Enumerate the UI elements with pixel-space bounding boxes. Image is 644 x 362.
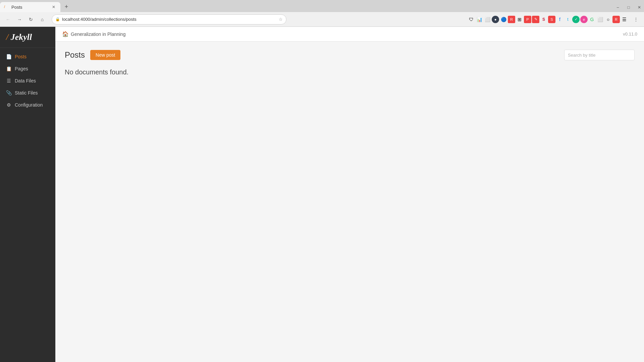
ext-16[interactable]: G [588, 16, 596, 23]
new-tab-button[interactable]: + [62, 2, 71, 11]
ext-15[interactable]: e [580, 16, 588, 23]
sidebar: / Jekyll 📄 Posts 📋 Pages ☰ Data Files 📎 [0, 27, 55, 362]
ext-5[interactable]: 🔵 [500, 16, 507, 23]
ext-13[interactable]: t [564, 16, 572, 23]
ext-18[interactable]: ○ [604, 16, 612, 23]
forward-button[interactable]: → [15, 15, 24, 24]
ext-19[interactable]: R [612, 16, 620, 23]
ext-11[interactable]: S [548, 16, 555, 23]
bookmark-icon[interactable]: ☆ [279, 17, 283, 22]
sidebar-navigation: 📄 Posts 📋 Pages ☰ Data Files 📎 Static Fi… [0, 48, 55, 362]
sidebar-logo: / Jekyll [0, 27, 55, 48]
maximize-button[interactable]: □ [624, 3, 633, 12]
browser-window: / Posts ✕ + – □ ✕ ← → ↻ ⌂ 🔒 localhost:40… [0, 0, 644, 362]
new-post-button[interactable]: New post [90, 50, 120, 60]
breadcrumb-text: Generalization in Planning [71, 32, 125, 37]
sidebar-item-configuration[interactable]: ⚙ Configuration [0, 99, 55, 111]
sidebar-item-pages[interactable]: 📋 Pages [0, 63, 55, 75]
ext-10[interactable]: S [540, 16, 547, 23]
sidebar-item-data-files-label: Data Files [15, 78, 36, 83]
home-button[interactable]: ⌂ [38, 15, 47, 24]
sidebar-item-pages-label: Pages [15, 66, 28, 71]
ext-14[interactable]: ✓ [572, 16, 580, 23]
posts-icon: 📄 [6, 54, 11, 59]
minimize-button[interactable]: – [613, 3, 623, 12]
address-bar[interactable]: 🔒 localhost:4000/admin/collections/posts… [52, 14, 286, 24]
ext-9[interactable]: ✎ [532, 16, 539, 23]
sidebar-item-static-files[interactable]: 📎 Static Files [0, 87, 55, 99]
empty-message: No documents found. [65, 68, 635, 76]
version-badge: v0.11.0 [623, 32, 637, 37]
sidebar-item-posts-label: Posts [15, 54, 26, 59]
search-input[interactable] [564, 50, 635, 60]
page-header: Posts New post [65, 50, 635, 60]
sidebar-item-data-files[interactable]: ☰ Data Files [0, 75, 55, 87]
ext-8[interactable]: P [524, 16, 531, 23]
static-files-icon: 📎 [6, 90, 11, 96]
ext-4[interactable]: ● [492, 16, 499, 23]
sidebar-item-configuration-label: Configuration [15, 102, 43, 108]
search-input-wrap [564, 50, 635, 60]
ext-17[interactable]: ⬜ [596, 16, 604, 23]
security-icon: 🔒 [55, 17, 60, 21]
back-button[interactable]: ← [3, 15, 13, 24]
ext-7[interactable]: ⊞ [516, 16, 523, 23]
app-layout: / Jekyll 📄 Posts 📋 Pages ☰ Data Files 📎 [0, 27, 644, 362]
tab-bar: / Posts ✕ + – □ ✕ [0, 0, 644, 12]
address-bar-wrap: 🔒 localhost:4000/admin/collections/posts… [52, 14, 286, 24]
browser-extensions: 🛡 📊 ⬜ ● 🔵 R ⊞ P ✎ S S f t ✓ e G ⬜ ○ R ☰ [468, 16, 628, 23]
extensions-menu-button[interactable]: ⋮ [631, 15, 641, 24]
main-content: 🏠 Generalization in Planning v0.11.0 Pos… [55, 27, 644, 362]
ext-2[interactable]: 📊 [476, 16, 483, 23]
home-icon: 🏠 [62, 31, 69, 37]
ext-3[interactable]: ⬜ [484, 16, 491, 23]
tab-favicon: / [4, 5, 9, 9]
tab-close-button[interactable]: ✕ [51, 4, 56, 10]
logo-text: / Jekyll [6, 32, 32, 42]
configuration-icon: ⚙ [6, 102, 11, 108]
ext-20[interactable]: ☰ [621, 16, 628, 23]
content-area: Posts New post No documents found. [55, 42, 644, 362]
pages-icon: 📋 [6, 66, 11, 71]
sidebar-item-static-files-label: Static Files [15, 90, 38, 96]
ext-1[interactable]: 🛡 [468, 16, 475, 23]
sidebar-item-posts[interactable]: 📄 Posts [0, 51, 55, 63]
page-title: Posts [65, 50, 85, 60]
app-header: 🏠 Generalization in Planning v0.11.0 [55, 27, 644, 42]
ext-6[interactable]: R [508, 16, 515, 23]
ext-12[interactable]: f [556, 16, 564, 23]
reload-button[interactable]: ↻ [26, 15, 36, 24]
breadcrumb: 🏠 Generalization in Planning [62, 31, 125, 37]
tab-title: Posts [11, 5, 22, 10]
close-button[interactable]: ✕ [635, 3, 644, 12]
data-files-icon: ☰ [6, 78, 11, 83]
active-tab[interactable]: / Posts ✕ [0, 2, 60, 12]
address-text: localhost:4000/admin/collections/posts [62, 17, 277, 22]
nav-bar: ← → ↻ ⌂ 🔒 localhost:4000/admin/collectio… [0, 12, 644, 27]
